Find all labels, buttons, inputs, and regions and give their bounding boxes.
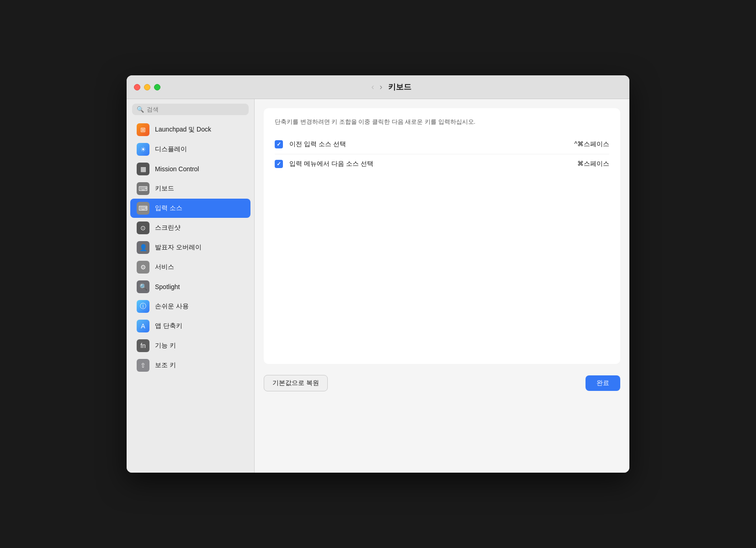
fn-icon: fn [137, 339, 149, 352]
done-button[interactable]: 완료 [586, 375, 620, 391]
sidebar-item-screenshot[interactable]: ⊙스크린샷 [130, 218, 250, 237]
checkmark-icon-1: ✓ [277, 161, 281, 167]
sidebar-item-label-input: 입력 소스 [155, 204, 182, 212]
sidebar-item-label-modifier: 보조 키 [155, 361, 176, 369]
shortcut-checkbox-0[interactable]: ✓ [275, 140, 283, 148]
sidebar-item-launchpad[interactable]: ⊞Launchpad 및 Dock [130, 120, 250, 139]
spotlight-icon: 🔍 [137, 280, 149, 293]
restore-defaults-button[interactable]: 기본값으로 복원 [264, 375, 328, 391]
mission-icon: ▦ [137, 163, 149, 175]
display-icon: ☀ [137, 143, 149, 156]
shortcut-key-0: ^⌘스페이스 [574, 140, 609, 148]
input-icon: ⌨ [137, 202, 149, 215]
close-button[interactable] [134, 84, 140, 90]
card-hint: 단축키를 변경하려면 키 조합을 이중 클릭한 다음 새로운 키를 입력하십시오… [275, 117, 609, 126]
sidebar-item-label-display: 디스플레이 [155, 145, 187, 153]
sidebar-item-presenter[interactable]: 👤발표자 오버레이 [130, 238, 250, 257]
services-icon: ⚙ [137, 261, 149, 274]
shortcut-card: 단축키를 변경하려면 키 조합을 이중 클릭한 다음 새로운 키를 입력하십시오… [264, 108, 620, 364]
search-wrap[interactable]: 🔍 [132, 104, 249, 115]
sidebar-item-label-launchpad: Launchpad 및 Dock [155, 126, 211, 134]
shortcut-label-1: 입력 메뉴에서 다음 소스 선택 [289, 160, 571, 168]
shortcut-row-1: ✓입력 메뉴에서 다음 소스 선택⌘스페이스 [275, 154, 609, 174]
sidebar-item-label-mission: Mission Control [155, 165, 199, 173]
traffic-lights [134, 84, 160, 90]
sidebar-item-spotlight[interactable]: 🔍Spotlight [130, 277, 250, 296]
back-arrow-icon[interactable]: ‹ [372, 82, 374, 92]
sidebar-item-label-appshortcut: 앱 단축키 [155, 322, 182, 330]
titlebar: ‹ › 키보드 [127, 75, 629, 99]
sidebar-item-input[interactable]: ⌨입력 소스 [130, 199, 250, 218]
sidebar-item-label-keyboard: 키보드 [155, 184, 174, 193]
forward-arrow-icon[interactable]: › [380, 82, 383, 92]
minimize-button[interactable] [144, 84, 150, 90]
sidebar-item-mission[interactable]: ▦Mission Control [130, 159, 250, 179]
sidebar-items-container: ⊞Launchpad 및 Dock☀디스플레이▦Mission Control⌨… [127, 120, 254, 375]
search-input[interactable] [147, 106, 244, 113]
search-bar: 🔍 [127, 104, 254, 120]
sidebar-item-label-fn: 기능 키 [155, 342, 176, 350]
sidebar-item-appshortcut[interactable]: A앱 단축키 [130, 316, 250, 336]
sidebar: 🔍 ⊞Launchpad 및 Dock☀디스플레이▦Mission Contro… [127, 99, 255, 473]
presenter-icon: 👤 [137, 241, 149, 254]
sidebar-item-accessibility[interactable]: ⓘ손쉬운 사용 [130, 297, 250, 316]
main-content: 🔍 ⊞Launchpad 및 Dock☀디스플레이▦Mission Contro… [127, 99, 629, 473]
sidebar-item-display[interactable]: ☀디스플레이 [130, 140, 250, 159]
appshortcut-icon: A [137, 320, 149, 332]
sidebar-item-label-presenter: 발표자 오버레이 [155, 243, 202, 252]
sidebar-item-fn[interactable]: fn기능 키 [130, 336, 250, 355]
window-title: 키보드 [388, 82, 411, 92]
screenshot-icon: ⊙ [137, 221, 149, 234]
title-nav: ‹ › 키보드 [160, 82, 622, 92]
sidebar-item-label-accessibility: 손쉬운 사용 [155, 302, 189, 311]
sidebar-item-label-services: 서비스 [155, 263, 174, 271]
shortcut-row-0: ✓이전 입력 소스 선택^⌘스페이스 [275, 135, 609, 154]
sidebar-item-services[interactable]: ⚙서비스 [130, 258, 250, 277]
sidebar-item-label-spotlight: Spotlight [155, 283, 180, 290]
maximize-button[interactable] [154, 84, 160, 90]
checkmark-icon-0: ✓ [277, 141, 281, 148]
shortcut-checkbox-1[interactable]: ✓ [275, 160, 283, 168]
shortcut-key-1: ⌘스페이스 [577, 160, 609, 168]
preferences-window: ‹ › 키보드 🔍 ⊞Launchpad 및 Dock☀디스플레이▦Missio… [127, 75, 629, 473]
shortcut-label-0: 이전 입력 소스 선택 [289, 140, 568, 148]
sidebar-item-modifier[interactable]: ⇧보조 키 [130, 356, 250, 375]
accessibility-icon: ⓘ [137, 300, 149, 313]
search-icon: 🔍 [137, 106, 144, 113]
sidebar-item-label-screenshot: 스크린샷 [155, 224, 181, 232]
launchpad-icon: ⊞ [137, 123, 149, 136]
sidebar-item-keyboard[interactable]: ⌨키보드 [130, 179, 250, 198]
keyboard-icon: ⌨ [137, 182, 149, 195]
footer: 기본값으로 복원 완료 [264, 368, 620, 393]
modifier-icon: ⇧ [137, 359, 149, 372]
shortcut-rows: ✓이전 입력 소스 선택^⌘스페이스✓입력 메뉴에서 다음 소스 선택⌘스페이스 [275, 135, 609, 174]
detail-panel: 단축키를 변경하려면 키 조합을 이중 클릭한 다음 새로운 키를 입력하십시오… [255, 99, 629, 473]
